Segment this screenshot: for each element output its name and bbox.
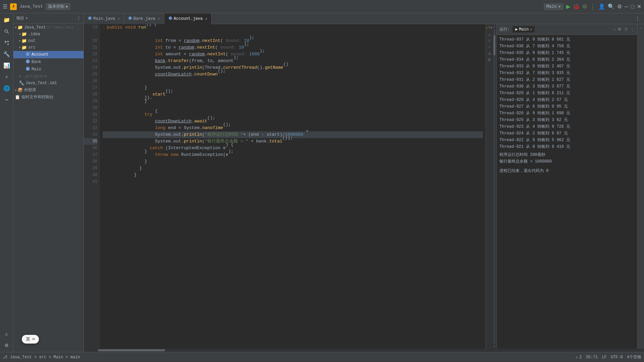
line-separator[interactable]: LF	[602, 355, 606, 360]
code-line-38: throw new RuntimeException(e);	[103, 152, 483, 158]
tab-main-java-label: Main.java	[93, 16, 115, 21]
svg-point-2	[5, 41, 6, 42]
editor-scrollbar[interactable]: ▲ ▼	[492, 24, 496, 349]
file-tree-title: 项目	[16, 15, 24, 21]
profile-icon[interactable]: 👤	[598, 3, 605, 10]
print-icon[interactable]: 🖨	[487, 51, 491, 56]
horizontal-scrollbar[interactable]	[84, 349, 644, 352]
tab-account-java-close[interactable]: ✕	[205, 17, 207, 21]
file-tree-arrow[interactable]: ▾	[25, 16, 28, 21]
console-tab-close[interactable]: ✕	[530, 27, 532, 32]
scroll-down-button[interactable]: ▼	[494, 345, 495, 348]
right-sidebar: ◁	[637, 24, 644, 349]
svg-text:C: C	[27, 60, 29, 63]
console-clear-icon[interactable]: 🗑	[624, 27, 628, 32]
project-name: Java_Test	[19, 4, 43, 9]
tab-account-java[interactable]: C Account.java ✕	[164, 13, 212, 24]
minimize-button[interactable]: ─	[625, 4, 628, 10]
more-actions-button[interactable]: ⋮	[590, 3, 596, 10]
console-line-thread-936: Thread-936 从 7 转账到 4 758 元	[499, 43, 635, 50]
right-editor-toolbar: ⚠ 2 ∧ ↺ ≡ ⏎ 🖨 🗑	[486, 24, 492, 349]
editor-tabs: C Main.java ✕ C Bank.java ✕ C Account.ja…	[84, 13, 644, 24]
tree-item-bank[interactable]: C Bank	[13, 58, 84, 66]
code-line-21: int from = random.nextInt( bound: 10);	[103, 38, 483, 44]
encoding[interactable]: UTF-8	[611, 355, 623, 360]
sidebar-icon-notifications[interactable]: ⚠	[1, 328, 12, 339]
console-more-icon[interactable]: ⋮	[630, 27, 635, 32]
lang-icon: ⌨	[32, 337, 35, 342]
console-rerun-icon[interactable]: ↺	[613, 27, 615, 32]
console-tab-main[interactable]: ▶ Main ✕	[513, 26, 535, 33]
warning-status[interactable]: ⚠ 2	[576, 355, 582, 360]
tree-item-javatest[interactable]: ▾ 📁 Java_Test D:\Java_Test	[13, 24, 84, 31]
tab-bank-java-close[interactable]: ✕	[158, 17, 160, 21]
editor-area: C Main.java ✕ C Bank.java ✕ C Account.ja…	[84, 13, 644, 352]
git-branch-icon: ⎇	[3, 355, 7, 360]
console-line-exit: 进程已结束，退出代码为 0	[499, 168, 635, 174]
tab-more-button[interactable]: ⋮	[633, 16, 643, 21]
scroll-up-button[interactable]: ▲	[494, 25, 495, 28]
run-button[interactable]: ▶	[566, 3, 570, 10]
breadcrumb-text: Java_Test > src > Main > main	[10, 355, 80, 360]
menu-icon[interactable]: ☰	[3, 3, 7, 10]
sidebar-icon-search[interactable]	[1, 26, 12, 37]
sidebar-icon-build[interactable]: 🔧	[1, 49, 12, 60]
sidebar-icon-profiler[interactable]: 📊	[1, 60, 12, 71]
sidebar-icon-more[interactable]: ⋯	[1, 95, 12, 105]
sidebar-icon-project[interactable]: 📁	[1, 15, 12, 25]
h-scroll-thumb[interactable]	[98, 349, 165, 351]
console-line-thread-930: Thread-930 从 3 转账到 3 877 元	[499, 83, 635, 90]
right-sidebar-expand[interactable]: ◁	[640, 25, 642, 31]
debug-button[interactable]: 🐞	[573, 3, 580, 10]
tab-account-java-label: Account.java	[174, 16, 203, 21]
tree-item-iml[interactable]: 🔧 Java_Test.iml	[13, 80, 84, 86]
tree-item-main[interactable]: C Main	[13, 66, 84, 73]
run-config-arrow[interactable]: ▾	[558, 4, 561, 9]
vcs-button[interactable]: 版本控制 ▾	[46, 3, 70, 10]
tree-item-out[interactable]: ▾ 📁 out	[13, 38, 84, 44]
sidebar-icon-settings-bottom[interactable]: ⚙	[1, 340, 12, 351]
file-tree-more[interactable]: ⋮	[77, 16, 81, 21]
delete-icon[interactable]: 🗑	[487, 57, 491, 62]
sidebar-icon-run[interactable]: ⚡	[1, 72, 12, 82]
soft-wrap-icon[interactable]: ⏎	[488, 45, 490, 50]
tree-item-account[interactable]: C Account	[13, 51, 84, 58]
format-icon[interactable]: ≡	[488, 39, 490, 43]
console-line-thread-925: Thread-925 从 3 转账到 3 62 元	[499, 117, 635, 123]
tree-item-gitignore[interactable]: ⊘ .gitignore	[13, 73, 84, 80]
tab-main-java[interactable]: C Main.java ✕	[84, 13, 124, 24]
console-line-summary-time: 程序运行总时间 200毫秒	[499, 152, 635, 158]
close-button[interactable]: ✕	[637, 3, 641, 10]
svg-line-1	[7, 32, 9, 34]
cursor-position[interactable]: 35:71	[586, 355, 598, 360]
code-content[interactable]: ↑ public void run() { int from = random.…	[100, 24, 486, 349]
file-tree: 项目 ▾ ⋮ ▾ 📁 Java_Test D:\Java_Test ▾ 📁 .i…	[13, 13, 84, 352]
reload-icon[interactable]: ↺	[488, 32, 490, 37]
language-bubble[interactable]: 英 ⌨	[22, 335, 39, 344]
top-bar-right: Main ▾ ▶ 🐞 ⚙ ⋮ 👤 🔍 ⚙ ─ □ ✕	[544, 3, 641, 10]
console-stop-icon[interactable]: ⏹	[618, 27, 622, 32]
console-header-icons: ↺ ⏹ 🗑 ⋮	[613, 27, 635, 32]
code-line-36: System.out.println("银行最终总余额 = " + bank.t…	[103, 138, 483, 145]
console-line-thread-926: Thread-926 从 9 转账到 1 690 元	[499, 110, 635, 117]
sidebar-icon-vcs[interactable]	[1, 38, 12, 48]
tree-item-extlibs[interactable]: ▾ 📦 外部库	[13, 86, 84, 94]
code-line-19: ↑ public void run() {	[103, 24, 483, 31]
run-config-label: Main	[546, 4, 557, 9]
tree-item-src[interactable]: ▾ 📁 src	[13, 44, 84, 51]
indent-setting[interactable]: 4个空格	[627, 354, 641, 360]
scroll-track[interactable]	[493, 28, 495, 344]
top-bar: ☰ J Java_Test 版本控制 ▾ Main ▾ ▶ 🐞 ⚙ ⋮ 👤 🔍 …	[0, 0, 644, 13]
tab-bank-java[interactable]: C Bank.java ✕	[124, 13, 164, 24]
tree-item-scratch[interactable]: 📋 临时文件和控制台	[13, 94, 84, 101]
search-icon[interactable]: 🔍	[608, 3, 614, 10]
breadcrumb[interactable]: Java_Test > src > Main > main	[10, 355, 80, 360]
build-button[interactable]: ⚙	[582, 3, 587, 10]
settings-icon[interactable]: ⚙	[617, 3, 622, 10]
code-line-34: long end = System.nanoTime();	[103, 125, 483, 131]
scroll-thumb[interactable]	[493, 35, 495, 55]
tree-item-idea[interactable]: ▾ 📁 .idea	[13, 31, 84, 38]
sidebar-icon-database[interactable]: 🌐	[1, 83, 12, 94]
tab-main-java-close[interactable]: ✕	[118, 17, 120, 21]
maximize-button[interactable]: □	[631, 4, 634, 10]
